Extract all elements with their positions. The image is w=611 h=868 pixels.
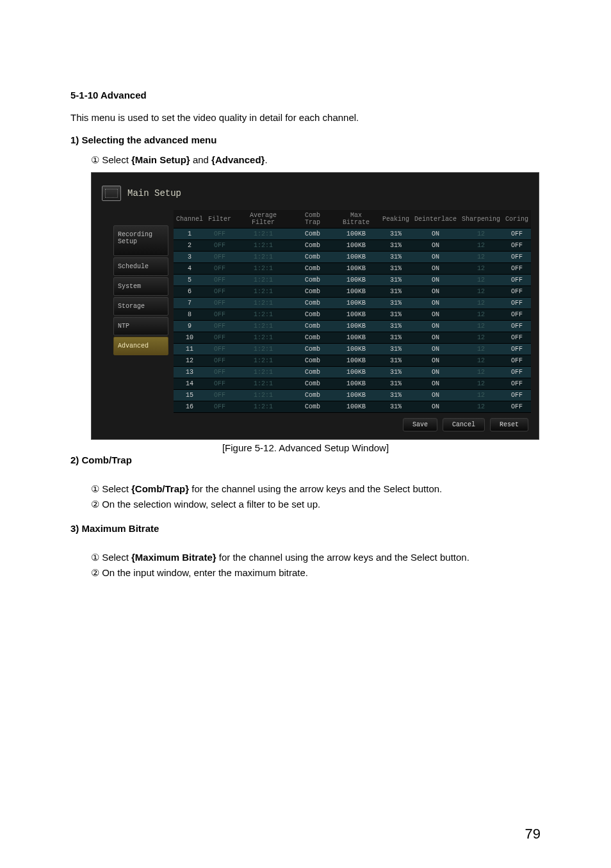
cell-channel[interactable]: 9 [174,321,206,332]
cell-channel[interactable]: 1 [174,229,206,240]
cell-average-filter[interactable]: 1:2:1 [234,321,293,332]
cell-filter[interactable]: OFF [206,275,234,286]
cell-deinterlace[interactable]: ON [412,229,459,240]
cell-channel[interactable]: 8 [174,309,206,321]
cell-filter[interactable]: OFF [206,321,234,332]
tab-system[interactable]: System [113,277,168,296]
tab-schedule[interactable]: Schedule [113,257,168,276]
cell-channel[interactable]: 15 [174,390,206,401]
cell-channel[interactable]: 16 [174,401,206,413]
cell-max-bitrate[interactable]: 100KB [332,401,380,413]
cell-comb-trap[interactable]: Comb [293,263,332,275]
cell-sharpening[interactable]: 12 [459,367,503,378]
cell-coring[interactable]: OFF [503,252,531,263]
cell-average-filter[interactable]: 1:2:1 [234,229,293,240]
cell-channel[interactable]: 5 [174,275,206,286]
cell-deinterlace[interactable]: ON [412,332,459,344]
cell-filter[interactable]: OFF [206,263,234,275]
cell-filter[interactable]: OFF [206,309,234,321]
cell-coring[interactable]: OFF [503,355,531,367]
cell-max-bitrate[interactable]: 100KB [332,321,380,332]
cell-coring[interactable]: OFF [503,309,531,321]
cell-filter[interactable]: OFF [206,332,234,344]
cell-coring[interactable]: OFF [503,390,531,401]
cell-coring[interactable]: OFF [503,298,531,309]
cell-max-bitrate[interactable]: 100KB [332,344,380,355]
cell-channel[interactable]: 4 [174,263,206,275]
cell-comb-trap[interactable]: Comb [293,298,332,309]
cell-coring[interactable]: OFF [503,378,531,390]
cell-peaking[interactable]: 31% [380,321,412,332]
cell-deinterlace[interactable]: ON [412,263,459,275]
cell-max-bitrate[interactable]: 100KB [332,390,380,401]
cell-deinterlace[interactable]: ON [412,378,459,390]
cell-deinterlace[interactable]: ON [412,355,459,367]
cell-max-bitrate[interactable]: 100KB [332,252,380,263]
cell-peaking[interactable]: 31% [380,309,412,321]
cell-average-filter[interactable]: 1:2:1 [234,355,293,367]
cell-average-filter[interactable]: 1:2:1 [234,378,293,390]
cell-comb-trap[interactable]: Comb [293,321,332,332]
cell-comb-trap[interactable]: Comb [293,286,332,298]
cell-sharpening[interactable]: 12 [459,275,503,286]
cell-sharpening[interactable]: 12 [459,252,503,263]
cell-deinterlace[interactable]: ON [412,344,459,355]
cell-peaking[interactable]: 31% [380,367,412,378]
cell-deinterlace[interactable]: ON [412,390,459,401]
cell-coring[interactable]: OFF [503,332,531,344]
cell-comb-trap[interactable]: Comb [293,332,332,344]
cell-filter[interactable]: OFF [206,252,234,263]
cell-sharpening[interactable]: 12 [459,378,503,390]
cell-channel[interactable]: 7 [174,298,206,309]
cell-deinterlace[interactable]: ON [412,309,459,321]
cell-sharpening[interactable]: 12 [459,309,503,321]
cell-max-bitrate[interactable]: 100KB [332,286,380,298]
cell-peaking[interactable]: 31% [380,298,412,309]
cell-deinterlace[interactable]: ON [412,275,459,286]
cancel-button[interactable]: Cancel [443,418,485,431]
cell-filter[interactable]: OFF [206,390,234,401]
cell-filter[interactable]: OFF [206,286,234,298]
cell-coring[interactable]: OFF [503,367,531,378]
reset-button[interactable]: Reset [490,418,528,431]
cell-filter[interactable]: OFF [206,401,234,413]
save-button[interactable]: Save [403,418,437,431]
cell-peaking[interactable]: 31% [380,275,412,286]
cell-peaking[interactable]: 31% [380,229,412,240]
cell-coring[interactable]: OFF [503,229,531,240]
tab-advanced[interactable]: Advanced [113,337,168,355]
cell-filter[interactable]: OFF [206,344,234,355]
cell-average-filter[interactable]: 1:2:1 [234,367,293,378]
cell-deinterlace[interactable]: ON [412,321,459,332]
cell-sharpening[interactable]: 12 [459,332,503,344]
cell-max-bitrate[interactable]: 100KB [332,229,380,240]
cell-max-bitrate[interactable]: 100KB [332,275,380,286]
cell-peaking[interactable]: 31% [380,378,412,390]
cell-max-bitrate[interactable]: 100KB [332,263,380,275]
cell-coring[interactable]: OFF [503,240,531,252]
cell-channel[interactable]: 6 [174,286,206,298]
cell-sharpening[interactable]: 12 [459,286,503,298]
cell-channel[interactable]: 14 [174,378,206,390]
cell-comb-trap[interactable]: Comb [293,309,332,321]
cell-average-filter[interactable]: 1:2:1 [234,309,293,321]
cell-channel[interactable]: 10 [174,332,206,344]
cell-coring[interactable]: OFF [503,286,531,298]
cell-average-filter[interactable]: 1:2:1 [234,286,293,298]
cell-average-filter[interactable]: 1:2:1 [234,252,293,263]
cell-comb-trap[interactable]: Comb [293,367,332,378]
cell-coring[interactable]: OFF [503,275,531,286]
cell-comb-trap[interactable]: Comb [293,229,332,240]
cell-sharpening[interactable]: 12 [459,321,503,332]
cell-channel[interactable]: 2 [174,240,206,252]
cell-comb-trap[interactable]: Comb [293,252,332,263]
cell-max-bitrate[interactable]: 100KB [332,378,380,390]
cell-average-filter[interactable]: 1:2:1 [234,263,293,275]
cell-comb-trap[interactable]: Comb [293,378,332,390]
cell-comb-trap[interactable]: Comb [293,344,332,355]
cell-deinterlace[interactable]: ON [412,367,459,378]
cell-average-filter[interactable]: 1:2:1 [234,401,293,413]
cell-sharpening[interactable]: 12 [459,390,503,401]
cell-sharpening[interactable]: 12 [459,355,503,367]
cell-deinterlace[interactable]: ON [412,240,459,252]
